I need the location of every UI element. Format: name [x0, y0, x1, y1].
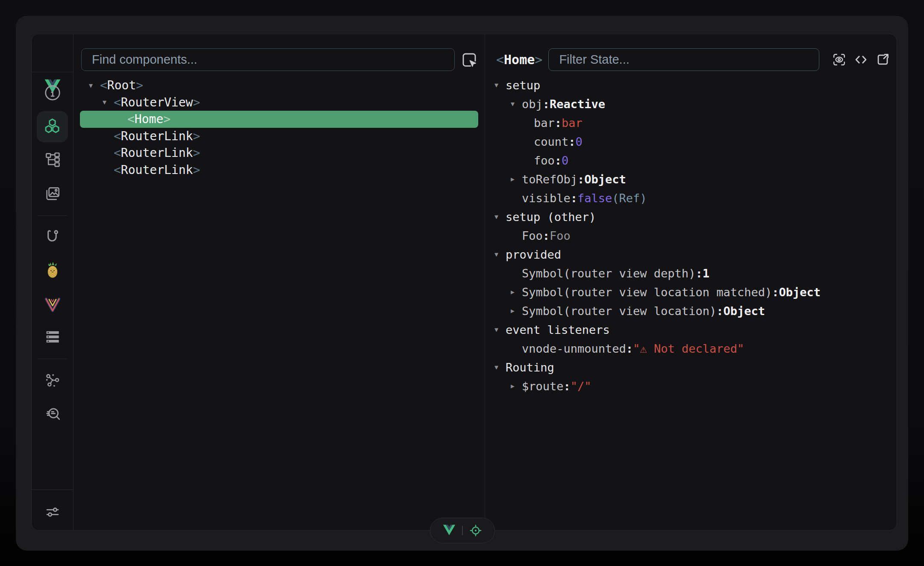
state-row-bar[interactable]: bar : bar [494, 113, 897, 132]
caret-collapsed-icon[interactable]: ▶ [511, 382, 522, 390]
caret-expanded-icon[interactable]: ▼ [494, 363, 506, 371]
state-tree: ▼setup▼obj : Reactivebar : barcount : 0f… [485, 76, 897, 395]
state-colon: : [772, 286, 779, 299]
state-row-$route[interactable]: ▶$route : "/" [494, 377, 897, 395]
pill-divider [462, 526, 463, 535]
state-colon: : [571, 192, 577, 205]
state-row-Symbol-router-view-location-[interactable]: ▶Symbol(router view location) : Object [494, 301, 897, 320]
caret-collapsed-icon[interactable]: ▶ [511, 288, 522, 296]
caret-expanded-icon[interactable]: ▼ [494, 251, 506, 258]
settings-icon[interactable] [44, 503, 62, 521]
state-key: visible [522, 192, 571, 205]
state-row-vnode-unmounted[interactable]: vnode-unmounted : "⚠ Not declared" [494, 339, 897, 358]
tree-node-routerlink-5[interactable]: <RouterLink> [80, 162, 478, 179]
state-key: vnode-unmounted [522, 342, 626, 355]
sidebar-divider [32, 72, 73, 72]
state-key: count [534, 135, 568, 148]
graph-icon[interactable] [44, 371, 62, 389]
state-colon: : [543, 229, 550, 242]
code-icon[interactable] [853, 52, 869, 68]
state-section-label: setup (other) [506, 210, 596, 224]
state-row-Symbol-router-view-location-matched-[interactable]: ▶Symbol(router view location matched) : … [494, 283, 897, 301]
devtools-toggle-pill[interactable] [430, 518, 495, 543]
state-row-Symbol-router-view-depth-[interactable]: Symbol(router view depth) : 1 [494, 264, 897, 283]
state-value: Object [723, 304, 765, 318]
tree-node-home-2[interactable]: <Home> [80, 111, 478, 128]
state-section-label: Routing [506, 361, 554, 374]
tree-node-routerlink-4[interactable]: <RouterLink> [80, 144, 478, 162]
inspect-dom-icon[interactable] [831, 52, 847, 68]
state-row-toRefObj[interactable]: ▶toRefObj : Object [494, 170, 897, 189]
open-external-icon[interactable] [875, 52, 891, 68]
state-value: 0 [576, 135, 583, 148]
pages-icon[interactable] [44, 150, 62, 168]
component-tag-label: <RouterLink> [114, 163, 200, 177]
state-key: $route [522, 380, 564, 393]
select-component-icon[interactable] [460, 51, 478, 69]
component-tag-label: <Root> [100, 78, 143, 92]
state-row-visible[interactable]: visible : false(Ref) [494, 189, 897, 207]
state-value: bar [562, 116, 583, 130]
caret-collapsed-icon[interactable]: ▶ [511, 175, 522, 183]
vue-devtools-panel: ▼<Root>▼<RouterView><Home><RouterLink><R… [31, 34, 897, 531]
sidebar-item-components-active[interactable] [37, 111, 68, 142]
state-section-event-listeners[interactable]: ▼event listeners [494, 320, 897, 339]
state-row-obj[interactable]: ▼obj : Reactive [494, 94, 897, 113]
state-value: Object [779, 286, 821, 299]
inspect-target-icon[interactable] [468, 523, 483, 538]
state-panel: <Home> [485, 34, 897, 530]
state-key: Symbol(router view location) [522, 304, 716, 318]
state-row-Foo[interactable]: Foo : Foo [494, 226, 897, 245]
state-value: Foo [550, 229, 571, 242]
tree-node-root-0[interactable]: ▼<Root> [80, 77, 478, 94]
state-row-foo[interactable]: foo : 0 [494, 151, 897, 170]
state-section-setup-other-[interactable]: ▼setup (other) [494, 207, 897, 226]
tree-node-routerlink-3[interactable]: <RouterLink> [80, 128, 478, 145]
caret-collapsed-icon[interactable]: ▶ [511, 307, 522, 315]
state-section-provided[interactable]: ▼provided [494, 245, 897, 264]
assets-icon[interactable] [44, 185, 62, 203]
devtools-window: ▼<Root>▼<RouterView><Home><RouterLink><R… [16, 16, 908, 551]
state-key: Foo [522, 229, 543, 242]
logs-icon[interactable] [44, 328, 62, 346]
state-key: toRefObj [522, 173, 577, 186]
pinia-pineapple-icon[interactable] [44, 261, 62, 279]
caret-expanded-icon[interactable]: ▼ [494, 213, 506, 221]
state-section-Routing[interactable]: ▼Routing [494, 358, 897, 377]
state-key: Symbol(router view location matched) [522, 286, 772, 299]
component-tag-label: <RouterView> [114, 95, 200, 109]
find-components-input[interactable] [81, 48, 455, 71]
state-section-setup[interactable]: ▼setup [494, 76, 897, 94]
state-value-suffix: (Ref) [612, 192, 647, 205]
caret-expanded-icon[interactable]: ▼ [494, 326, 506, 333]
state-colon: : [543, 97, 550, 111]
vue-router-icon[interactable] [44, 295, 62, 313]
caret-expanded-icon[interactable]: ▼ [103, 98, 114, 106]
components-toolbar [74, 34, 485, 71]
state-value: 0 [562, 154, 568, 167]
components-panel: ▼<Root>▼<RouterView><Home><RouterLink><R… [74, 34, 485, 530]
caret-expanded-icon[interactable]: ▼ [511, 100, 522, 108]
state-colon: : [555, 154, 562, 167]
state-colon: : [564, 380, 571, 393]
sidebar-divider [32, 489, 73, 490]
state-colon: : [716, 304, 723, 318]
state-section-label: event listeners [506, 323, 610, 336]
info-icon[interactable] [44, 84, 62, 102]
caret-expanded-icon[interactable]: ▼ [494, 81, 506, 89]
component-tag-label: <Home> [127, 112, 171, 126]
vue-logo-icon[interactable] [442, 524, 456, 537]
sidebar-divider [38, 359, 67, 359]
state-row-count[interactable]: count : 0 [494, 132, 897, 151]
filter-state-input[interactable] [548, 48, 819, 71]
caret-expanded-icon[interactable]: ▼ [89, 82, 100, 89]
state-colon: : [555, 116, 562, 130]
inspector-search-icon[interactable] [44, 405, 62, 423]
state-colon: : [695, 267, 702, 280]
state-key: bar [534, 116, 555, 130]
component-tag-label: <RouterLink> [114, 146, 200, 160]
tree-node-routerview-1[interactable]: ▼<RouterView> [80, 94, 478, 111]
state-colon: : [568, 135, 575, 148]
router-hook-icon[interactable] [44, 227, 62, 245]
state-key: obj [522, 97, 543, 111]
